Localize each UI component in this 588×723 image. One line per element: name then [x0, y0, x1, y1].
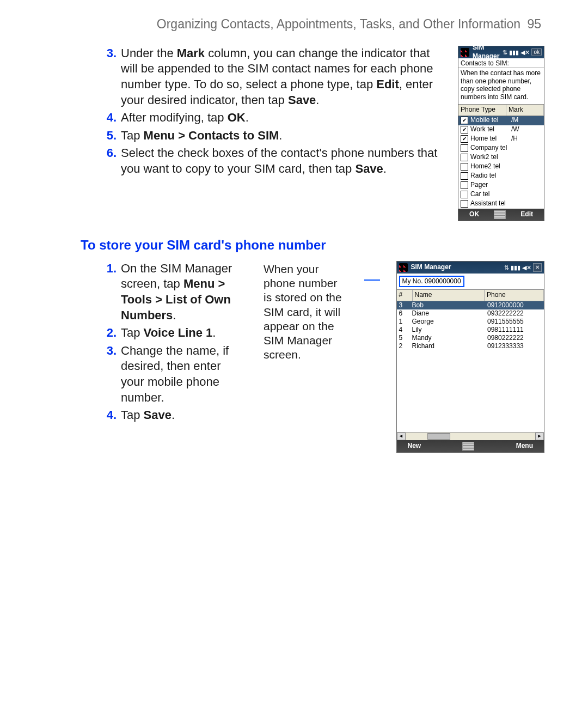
checkbox-icon[interactable] — [461, 181, 468, 189]
row-phone: 0932222222 — [487, 309, 542, 318]
step-b4: 4. Tap Save. — [100, 408, 242, 423]
row-label: Home2 tel — [470, 162, 511, 171]
row-name: Mandy — [410, 334, 487, 343]
row-mark: /W — [511, 125, 544, 134]
row-label: Pager — [470, 181, 511, 190]
scroll-thumb[interactable] — [427, 433, 450, 440]
phone-type-row[interactable]: ✔Home tel/H — [458, 135, 544, 144]
phone-type-row[interactable]: Pager — [458, 181, 544, 190]
checkbox-icon[interactable] — [461, 163, 468, 171]
checkbox-icon[interactable] — [461, 154, 468, 161]
scroll-left-icon[interactable]: ◄ — [397, 433, 406, 440]
col-phone: Phone — [485, 290, 544, 301]
row-label: Work2 tel — [470, 153, 511, 162]
windows-flag-icon — [461, 48, 469, 57]
keyboard-icon[interactable] — [494, 210, 506, 219]
contact-row[interactable]: 5Mandy0980222222 — [397, 334, 544, 342]
steps-b: 1. On the SIM Manager screen, tap Menu >… — [100, 261, 242, 426]
checkbox-icon[interactable] — [461, 191, 468, 198]
fig1-subheader: Contacts to SIM: — [458, 58, 544, 69]
my-number-field[interactable]: My No. 0900000000 — [399, 276, 464, 288]
row-index: 3 — [399, 301, 410, 310]
close-icon[interactable]: ✕ — [533, 263, 542, 272]
sync-icon: ⇅ — [503, 48, 507, 56]
fig2-rows: 3Bob09120000006Diane09322222221George091… — [397, 301, 544, 350]
keyboard-icon[interactable] — [462, 442, 474, 451]
checkbox-icon[interactable]: ✔ — [461, 135, 468, 143]
signal-icon: ▮▮▮ — [511, 264, 520, 271]
phone-type-row[interactable]: Home2 tel — [458, 162, 544, 172]
row-index: 5 — [399, 334, 410, 343]
checkbox-icon[interactable]: ✔ — [461, 117, 468, 124]
step-b1: 1. On the SIM Manager screen, tap Menu >… — [100, 261, 242, 323]
softkey-edit[interactable]: Edit — [520, 210, 533, 219]
row-phone: 0912333333 — [487, 342, 542, 351]
signal-icon: ▮▮▮ — [509, 48, 519, 56]
row-index: 6 — [399, 309, 410, 318]
contact-row[interactable]: 6Diane0932222222 — [397, 309, 544, 318]
row-index: 2 — [399, 342, 410, 351]
step-b2: 2. Tap Voice Line 1. — [100, 325, 242, 341]
checkbox-icon[interactable] — [461, 172, 468, 180]
step-5: 5. Tap Menu > Contacts to SIM. — [100, 128, 442, 144]
row-phone: 0911555555 — [487, 318, 542, 326]
callout-leader-line — [364, 280, 380, 281]
step-b3: 3. Change the name, if desired, then ent… — [100, 343, 242, 405]
fig1-title: SIM Manager — [473, 44, 499, 60]
row-phone: 0981111111 — [487, 326, 542, 335]
step-6: 6. Select the check boxes of the contact… — [100, 145, 442, 177]
row-label: Radio tel — [470, 172, 511, 180]
fig1-description: When the contact has more than one phone… — [458, 68, 544, 104]
section-heading: To store your SIM card's phone number — [81, 236, 544, 253]
phone-type-row[interactable]: Assistant tel — [458, 199, 544, 209]
steps-a: 3. Under the Mark column, you can change… — [100, 46, 442, 179]
figure-sim-manager-contacts: SIM Manager ⇅ ▮▮▮ ◀✕ ok Contacts to SIM:… — [458, 46, 544, 221]
figure-sim-manager-list: SIM Manager ⇅ ▮▮▮ ◀✕ ✕ My No. 0900000000… — [396, 261, 544, 453]
fig2-titlebar: SIM Manager ⇅ ▮▮▮ ◀✕ ✕ — [397, 262, 544, 274]
softkey-new[interactable]: New — [408, 442, 421, 451]
fig1-titlebar: SIM Manager ⇅ ▮▮▮ ◀✕ ok — [458, 46, 544, 58]
phone-type-row[interactable]: Work2 tel — [458, 153, 544, 162]
ok-badge[interactable]: ok — [531, 48, 542, 56]
checkbox-icon[interactable] — [461, 144, 468, 152]
checkbox-icon[interactable]: ✔ — [461, 126, 468, 133]
row-name: Richard — [410, 342, 487, 351]
row-label: Work tel — [470, 125, 511, 134]
col-index: # — [397, 290, 413, 301]
softkey-ok[interactable]: OK — [469, 210, 479, 219]
fig1-softbar: OK Edit — [458, 209, 544, 221]
checkbox-icon[interactable] — [461, 200, 468, 208]
col-name: Name — [413, 290, 485, 301]
phone-type-row[interactable]: Car tel — [458, 190, 544, 199]
row-label: Home tel — [470, 135, 511, 143]
row-mark: /M — [511, 116, 544, 125]
header-title: Organizing Contacts, Appointments, Tasks… — [157, 17, 520, 31]
row-label: Assistant tel — [470, 199, 511, 208]
phone-type-row[interactable]: ✔Mobile tel/M — [458, 116, 544, 125]
phone-type-row[interactable]: Radio tel — [458, 172, 544, 181]
row-mark: /H — [511, 135, 544, 143]
step-3: 3. Under the Mark column, you can change… — [100, 46, 442, 108]
contact-row[interactable]: 2Richard0912333333 — [397, 342, 544, 350]
contact-row[interactable]: 1George0911555555 — [397, 318, 544, 326]
contact-row[interactable]: 4Lily0981111111 — [397, 326, 544, 334]
callout-note: When your phone number is stored on the … — [264, 262, 348, 362]
softkey-menu[interactable]: Menu — [516, 442, 533, 451]
row-index: 1 — [399, 318, 410, 326]
row-label: Car tel — [470, 190, 511, 199]
sync-icon: ⇅ — [504, 264, 509, 271]
phone-type-row[interactable]: ✔Work tel/W — [458, 125, 544, 135]
scroll-right-icon[interactable]: ► — [535, 433, 544, 440]
fig2-title: SIM Manager — [411, 263, 501, 272]
contact-row[interactable]: 3Bob0912000000 — [397, 301, 544, 309]
volume-icon: ◀✕ — [522, 264, 531, 271]
row-phone: 0980222222 — [487, 334, 542, 343]
phone-type-row[interactable]: Company tel — [458, 144, 544, 153]
row-name: Bob — [410, 301, 487, 310]
horizontal-scrollbar[interactable]: ◄ ► — [397, 432, 544, 440]
row-label: Mobile tel — [470, 116, 511, 125]
volume-icon: ◀✕ — [520, 48, 530, 56]
page-header: Organizing Contacts, Appointments, Tasks… — [54, 16, 544, 33]
windows-flag-icon — [399, 263, 408, 272]
page-number: 95 — [527, 17, 541, 31]
